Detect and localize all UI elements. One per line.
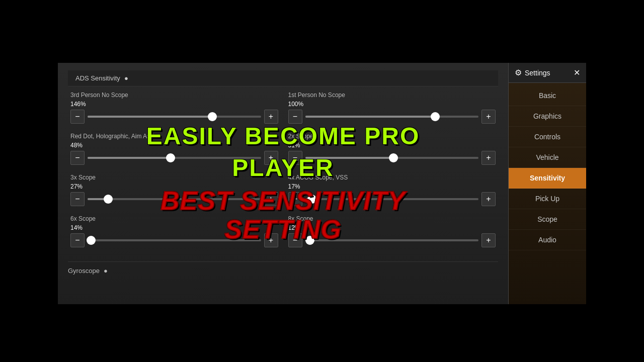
slider-row-3: 6x Scope 14% − + 8x Scope 12%: [70, 215, 496, 247]
label-3x-scope: 3x Scope: [70, 174, 278, 181]
value-2x-scope: 51%: [288, 142, 496, 149]
slider-group-red-dot: Red Dot, Holographic, Aim Assist 48% − +: [70, 133, 278, 165]
minus-4x-scope[interactable]: −: [288, 192, 302, 206]
track-3rd-no-scope[interactable]: [88, 116, 261, 118]
track-2x-scope[interactable]: [305, 157, 479, 159]
sidebar-item-sensitivity[interactable]: Sensitivity: [509, 168, 586, 189]
settings-sidebar: ⚙ Settings ✕ Basic Graphics Controls Veh…: [508, 63, 586, 304]
track-8x-scope[interactable]: [305, 239, 479, 241]
gyroscope-dot: ●: [104, 267, 108, 275]
slider-group-8x-scope: 8x Scope 12% − +: [288, 215, 496, 247]
value-6x-scope: 14%: [70, 224, 278, 231]
sidebar-item-scope[interactable]: Scope: [509, 209, 586, 230]
value-1st-no-scope: 100%: [288, 101, 496, 108]
controls-4x-scope: − +: [288, 192, 496, 206]
sidebar-item-graphics[interactable]: Graphics: [509, 106, 586, 127]
ads-sensitivity-bar: ADS Sensitivity ●: [68, 70, 498, 86]
track-3x-scope[interactable]: [88, 198, 261, 200]
value-3x-scope: 27%: [70, 183, 278, 190]
track-4x-scope[interactable]: [305, 198, 479, 200]
minus-red-dot[interactable]: −: [70, 151, 85, 165]
close-button[interactable]: ✕: [574, 68, 580, 77]
settings-title-label: Settings: [525, 69, 550, 77]
track-1st-no-scope[interactable]: [305, 116, 479, 118]
label-4x-scope: 4x ACOG Scope, VSS: [288, 174, 496, 181]
menu-items: Basic Graphics Controls Vehicle Sensitiv…: [509, 83, 586, 304]
plus-4x-scope[interactable]: +: [481, 192, 496, 206]
plus-6x-scope[interactable]: +: [264, 233, 278, 247]
slider-row-0: 3rd Person No Scope 146% − + 1st Person …: [70, 92, 496, 124]
value-3rd-no-scope: 146%: [70, 101, 278, 108]
slider-group-6x-scope: 6x Scope 14% − +: [70, 215, 278, 247]
gear-icon: ⚙: [515, 68, 522, 77]
sidebar-item-vehicle[interactable]: Vehicle: [509, 147, 586, 168]
label-2x-scope: 2x Scope: [288, 133, 496, 140]
controls-3rd-no-scope: − +: [70, 110, 278, 124]
plus-8x-scope[interactable]: +: [481, 233, 496, 247]
sidebar-item-controls[interactable]: Controls: [509, 127, 586, 147]
label-8x-scope: 8x Scope: [288, 215, 496, 222]
settings-content: ADS Sensitivity ● 3rd Person No Scope 14…: [58, 63, 508, 304]
minus-8x-scope[interactable]: −: [288, 233, 302, 247]
sensitivity-section: 3rd Person No Scope 146% − + 1st Person …: [68, 86, 498, 261]
minus-3rd-no-scope[interactable]: −: [70, 110, 85, 124]
label-6x-scope: 6x Scope: [70, 215, 278, 222]
plus-red-dot[interactable]: +: [264, 151, 278, 165]
slider-group-3rd-no-scope: 3rd Person No Scope 146% − +: [70, 92, 278, 124]
controls-1st-no-scope: − +: [288, 110, 496, 124]
slider-group-2x-scope: 2x Scope 51% − +: [288, 133, 496, 165]
controls-red-dot: − +: [70, 151, 278, 165]
slider-group-4x-scope: 4x ACOG Scope, VSS 17% − +: [288, 174, 496, 206]
minus-2x-scope[interactable]: −: [288, 151, 302, 165]
label-3rd-no-scope: 3rd Person No Scope: [70, 92, 278, 99]
value-8x-scope: 12%: [288, 224, 496, 231]
controls-3x-scope: − +: [70, 192, 278, 206]
plus-3x-scope[interactable]: +: [264, 192, 278, 206]
label-red-dot: Red Dot, Holographic, Aim Assist: [70, 133, 278, 140]
minus-1st-no-scope[interactable]: −: [288, 110, 302, 124]
controls-6x-scope: − +: [70, 233, 278, 247]
value-red-dot: 48%: [70, 142, 278, 149]
ads-sensitivity-title: ADS Sensitivity: [75, 74, 120, 82]
slider-row-1: Red Dot, Holographic, Aim Assist 48% − +…: [70, 133, 496, 165]
sidebar-item-pickup[interactable]: Pick Up: [509, 189, 586, 209]
plus-3rd-no-scope[interactable]: +: [264, 110, 278, 124]
label-1st-no-scope: 1st Person No Scope: [288, 92, 496, 99]
game-window: ADS Sensitivity ● 3rd Person No Scope 14…: [58, 63, 586, 304]
track-red-dot[interactable]: [88, 157, 261, 159]
plus-2x-scope[interactable]: +: [481, 151, 496, 165]
sidebar-item-basic[interactable]: Basic: [509, 85, 586, 106]
slider-row-2: 3x Scope 27% − + 4x ACOG Scope, VSS 17%: [70, 174, 496, 206]
ads-sensitivity-dot: ●: [124, 74, 128, 82]
sidebar-item-audio[interactable]: Audio: [509, 230, 586, 250]
controls-2x-scope: − +: [288, 151, 496, 165]
value-4x-scope: 17%: [288, 183, 496, 190]
track-6x-scope[interactable]: [88, 239, 261, 241]
gyroscope-row: Gyroscope ●: [68, 261, 498, 275]
minus-6x-scope[interactable]: −: [70, 233, 85, 247]
gyroscope-label: Gyroscope: [68, 267, 100, 275]
plus-1st-no-scope[interactable]: +: [481, 110, 496, 124]
settings-header: ⚙ Settings ✕: [509, 63, 586, 83]
controls-8x-scope: − +: [288, 233, 496, 247]
slider-group-3x-scope: 3x Scope 27% − +: [70, 174, 278, 206]
minus-3x-scope[interactable]: −: [70, 192, 85, 206]
slider-group-1st-no-scope: 1st Person No Scope 100% − +: [288, 92, 496, 124]
settings-header-title: ⚙ Settings: [515, 68, 550, 77]
